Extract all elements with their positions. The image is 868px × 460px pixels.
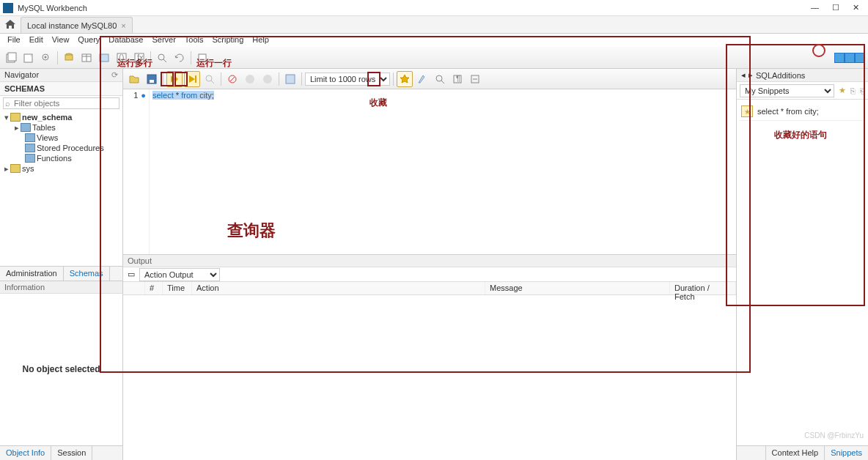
chevron-right-icon[interactable]: ▸ xyxy=(749,70,753,80)
tab-close-icon[interactable]: × xyxy=(121,21,125,30)
main-menu: File Edit View Query Database Server Too… xyxy=(0,34,868,47)
svg-rect-1 xyxy=(8,53,16,61)
info-tabs: Object Info Session xyxy=(0,445,122,460)
create-view-button[interactable] xyxy=(96,50,112,66)
rollback-button[interactable] xyxy=(260,71,276,87)
autocommit-button[interactable] xyxy=(282,71,298,87)
sys-node[interactable]: ▸sys xyxy=(0,163,122,174)
schemas-heading: SCHEMAS xyxy=(0,82,122,96)
output-selector-row: ▭ Action Output xyxy=(123,267,736,282)
svg-rect-27 xyxy=(286,75,295,84)
col-n: # xyxy=(145,282,163,294)
information-body: No object selected xyxy=(0,294,122,446)
toggle-right-icon[interactable] xyxy=(855,53,865,63)
line-number: 1 xyxy=(133,91,138,100)
tab-session[interactable]: Session xyxy=(51,446,92,460)
create-proc-button[interactable]: () xyxy=(114,50,130,66)
wrap-button[interactable] xyxy=(467,71,483,87)
filter-input[interactable] xyxy=(3,97,119,109)
sql-additions-header: ◂ ▸ SQLAdditions xyxy=(737,69,868,82)
code-area[interactable]: select * from city; xyxy=(150,89,736,254)
col-time: Time xyxy=(163,282,192,294)
invisible-chars-button[interactable]: ¶ xyxy=(449,71,466,87)
execute-button[interactable] xyxy=(166,71,183,87)
svg-rect-19 xyxy=(150,80,154,83)
commit-button[interactable] xyxy=(242,71,258,87)
toggle-left-icon[interactable] xyxy=(834,53,845,63)
open-sql-button[interactable] xyxy=(21,50,37,66)
sql-additions-title: SQLAdditions xyxy=(756,71,805,80)
insert-snippet-icon[interactable]: ⎘ xyxy=(850,86,856,95)
minimize-button[interactable]: — xyxy=(811,3,819,12)
create-func-button[interactable]: fx xyxy=(131,50,147,66)
maximize-button[interactable]: ☐ xyxy=(832,3,839,12)
snippet-category-select[interactable]: My Snippets xyxy=(740,84,834,97)
tables-node[interactable]: ▸Tables xyxy=(0,122,122,133)
window-title: MySQL Workbench xyxy=(18,4,87,12)
create-schema-button[interactable] xyxy=(61,50,77,66)
navigator-header: Navigator ⟳ xyxy=(0,69,122,82)
toggle-bottom-icon[interactable] xyxy=(845,53,855,63)
star-icon[interactable]: ★ xyxy=(839,86,846,95)
menu-file[interactable]: File xyxy=(4,35,23,45)
home-tab[interactable] xyxy=(0,15,21,33)
replace-snippet-icon[interactable]: ⎗ xyxy=(860,86,865,95)
connection-tab[interactable]: Local instance MySQL80 × xyxy=(21,17,133,33)
open-file-button[interactable] xyxy=(126,71,142,87)
folder-icon xyxy=(25,144,35,152)
reconnect-button[interactable] xyxy=(172,50,188,66)
connection-tab-label: Local instance MySQL80 xyxy=(27,21,117,30)
views-node[interactable]: Views xyxy=(0,133,122,143)
folder-icon xyxy=(21,123,31,132)
new-sql-tab-button[interactable] xyxy=(3,50,19,66)
tab-context-help[interactable]: Context Help xyxy=(765,446,825,460)
menu-database[interactable]: Database xyxy=(106,35,146,45)
output-columns: # Time Action Message Duration / Fetch xyxy=(123,282,736,295)
menu-edit[interactable]: Edit xyxy=(26,35,46,45)
output-select[interactable]: Action Output xyxy=(139,268,220,281)
menu-server[interactable]: Server xyxy=(149,35,178,45)
create-table-button[interactable] xyxy=(78,50,95,66)
tab-administration[interactable]: Administration xyxy=(0,267,64,281)
search-button[interactable] xyxy=(154,50,170,66)
close-button[interactable]: ✕ xyxy=(853,3,859,12)
home-icon xyxy=(4,19,16,29)
menu-view[interactable]: View xyxy=(49,35,73,45)
col-duration: Duration / Fetch xyxy=(670,282,736,294)
svg-rect-20 xyxy=(195,75,196,83)
tab-object-info[interactable]: Object Info xyxy=(0,446,51,460)
explain-button[interactable] xyxy=(202,71,218,87)
snippets-list: ★ select * from city; xyxy=(737,100,868,445)
filter-row: ⌕ xyxy=(0,96,122,111)
snippet-item[interactable]: ★ select * from city; xyxy=(740,103,865,121)
tab-snippets[interactable]: Snippets xyxy=(824,446,868,460)
svg-text:¶: ¶ xyxy=(456,74,460,83)
svg-point-4 xyxy=(45,56,47,58)
folder-icon xyxy=(25,133,35,142)
chevron-left-icon[interactable]: ◂ xyxy=(741,70,746,80)
svg-rect-17 xyxy=(199,54,206,62)
schema-node[interactable]: ▾new_schema xyxy=(0,112,122,122)
sql-additions-panel: ◂ ▸ SQLAdditions My Snippets ★ ⎘ ⎗ ★ sel… xyxy=(736,69,868,460)
svg-rect-6 xyxy=(65,55,73,60)
limit-select[interactable]: Limit to 1000 rows xyxy=(305,73,390,86)
stop-button[interactable] xyxy=(224,71,240,87)
favorite-button[interactable] xyxy=(397,71,413,87)
procs-node[interactable]: Stored Procedures xyxy=(0,143,122,153)
menu-help[interactable]: Help xyxy=(249,35,272,45)
open-inspector-button[interactable] xyxy=(38,50,54,66)
find-button[interactable] xyxy=(432,71,448,87)
tab-schemas[interactable]: Schemas xyxy=(64,267,110,281)
folder-icon xyxy=(25,154,35,163)
toolbar-extra-button[interactable] xyxy=(194,50,210,66)
beautify-button[interactable] xyxy=(414,71,430,87)
refresh-icon[interactable]: ⟳ xyxy=(111,70,118,80)
menu-scripting[interactable]: Scripting xyxy=(210,35,247,45)
panel-toggle[interactable] xyxy=(834,53,865,63)
execute-current-button[interactable] xyxy=(184,71,200,87)
save-button[interactable] xyxy=(144,71,160,87)
sql-editor[interactable]: 1● select * from city; xyxy=(123,89,736,254)
funcs-node[interactable]: Functions xyxy=(0,153,122,163)
menu-tools[interactable]: Tools xyxy=(182,35,207,45)
menu-query[interactable]: Query xyxy=(75,35,103,45)
